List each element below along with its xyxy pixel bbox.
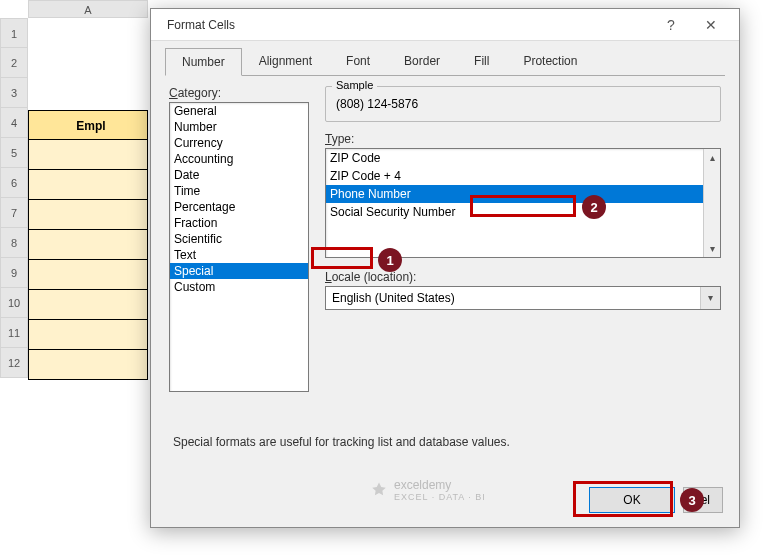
type-item-ssn[interactable]: Social Security Number (326, 203, 720, 221)
row-header[interactable]: 5 (0, 138, 28, 168)
table-cell[interactable] (28, 140, 148, 170)
tab-number[interactable]: Number (165, 48, 242, 76)
tab-alignment[interactable]: Alignment (242, 47, 329, 75)
table-cell[interactable] (28, 320, 148, 350)
type-listbox[interactable]: ZIP Code ZIP Code + 4 Phone Number Socia… (325, 148, 721, 258)
sample-group: Sample (808) 124-5876 (325, 86, 721, 122)
category-item-general[interactable]: General (170, 103, 308, 119)
category-item-fraction[interactable]: Fraction (170, 215, 308, 231)
table-cell[interactable] (28, 260, 148, 290)
table-cell[interactable] (28, 200, 148, 230)
row-header[interactable]: 3 (0, 78, 28, 108)
ok-button[interactable]: OK (589, 487, 675, 513)
type-item-phone[interactable]: Phone Number (326, 185, 720, 203)
table-cell[interactable] (28, 290, 148, 320)
type-label: Type: (325, 132, 721, 146)
category-listbox[interactable]: General Number Currency Accounting Date … (169, 102, 309, 392)
category-item-number[interactable]: Number (170, 119, 308, 135)
close-button[interactable]: ✕ (691, 11, 731, 39)
sample-label: Sample (332, 79, 377, 91)
chevron-down-icon[interactable]: ▾ (700, 287, 720, 309)
tab-font[interactable]: Font (329, 47, 387, 75)
locale-value: English (United States) (332, 291, 455, 305)
dialog-tabs: Number Alignment Font Border Fill Protec… (151, 41, 739, 75)
help-button[interactable]: ? (651, 11, 691, 39)
cancel-button[interactable]: ncel (683, 487, 723, 513)
table-header-employee[interactable]: Empl (28, 110, 148, 140)
row-header[interactable]: 12 (0, 348, 28, 378)
sample-value: (808) 124-5876 (336, 97, 710, 111)
row-header[interactable]: 9 (0, 258, 28, 288)
category-item-percentage[interactable]: Percentage (170, 199, 308, 215)
category-item-special[interactable]: Special (170, 263, 308, 279)
category-item-currency[interactable]: Currency (170, 135, 308, 151)
row-header[interactable]: 7 (0, 198, 28, 228)
col-header-a[interactable]: A (28, 0, 148, 18)
tab-protection[interactable]: Protection (506, 47, 594, 75)
row-header[interactable]: 10 (0, 288, 28, 318)
locale-label: Locale (location): (325, 270, 721, 284)
row-header[interactable]: 1 (0, 18, 28, 48)
row-header[interactable]: 8 (0, 228, 28, 258)
type-item-zip4[interactable]: ZIP Code + 4 (326, 167, 720, 185)
dialog-title: Format Cells (159, 18, 651, 32)
row-header[interactable]: 4 (0, 108, 28, 138)
category-item-custom[interactable]: Custom (170, 279, 308, 295)
category-label: Category: (169, 86, 309, 100)
format-cells-dialog: Format Cells ? ✕ Number Alignment Font B… (150, 8, 740, 528)
row-header[interactable]: 2 (0, 48, 28, 78)
category-item-time[interactable]: Time (170, 183, 308, 199)
table-cell[interactable] (28, 350, 148, 380)
row-headers: 1 2 3 4 5 6 7 8 9 10 11 12 (0, 18, 28, 378)
scroll-up-icon[interactable]: ▴ (704, 149, 720, 166)
category-item-text[interactable]: Text (170, 247, 308, 263)
locale-dropdown[interactable]: English (United States) ▾ (325, 286, 721, 310)
category-description: Special formats are useful for tracking … (173, 435, 510, 449)
tab-border[interactable]: Border (387, 47, 457, 75)
table-cell[interactable] (28, 170, 148, 200)
type-item-zip[interactable]: ZIP Code (326, 149, 720, 167)
type-scrollbar[interactable]: ▴ ▾ (703, 149, 720, 257)
row-header[interactable]: 6 (0, 168, 28, 198)
dialog-titlebar[interactable]: Format Cells ? ✕ (151, 9, 739, 41)
table-cell[interactable] (28, 230, 148, 260)
row-header[interactable]: 11 (0, 318, 28, 348)
category-item-date[interactable]: Date (170, 167, 308, 183)
category-item-accounting[interactable]: Accounting (170, 151, 308, 167)
scroll-down-icon[interactable]: ▾ (704, 240, 720, 257)
tab-fill[interactable]: Fill (457, 47, 506, 75)
category-item-scientific[interactable]: Scientific (170, 231, 308, 247)
